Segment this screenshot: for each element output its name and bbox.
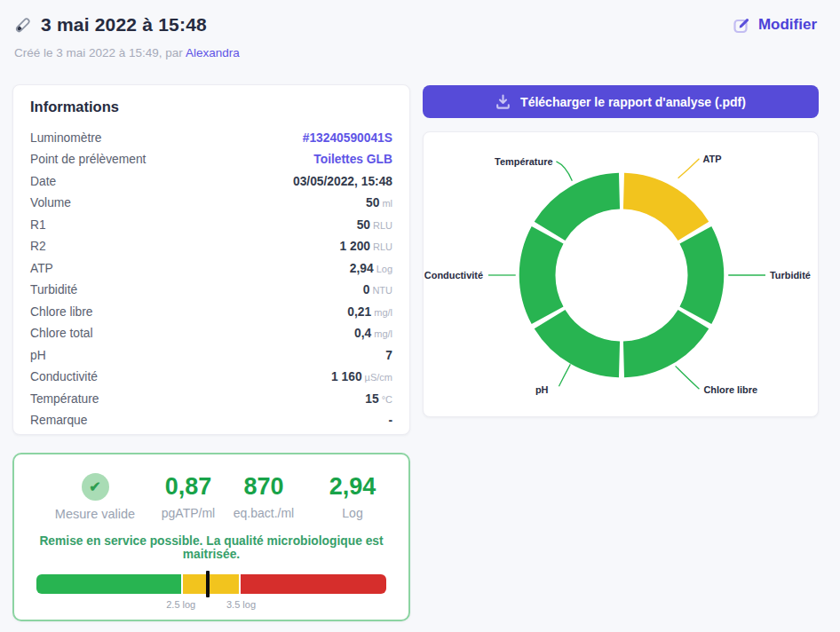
donut-segment-conductivite[interactable] — [537, 235, 548, 316]
row-label: Conductivité — [30, 370, 98, 383]
measure-status-label: Mesure valide — [33, 507, 157, 521]
scale-tick-low: 2.5 log — [166, 599, 195, 610]
row-value: 7 — [385, 349, 392, 362]
download-icon — [495, 94, 511, 109]
row-label: R2 — [30, 240, 46, 253]
row-label: Date — [30, 175, 56, 188]
scale-tick-high: 3.5 log — [226, 599, 256, 610]
info-row-r1: R1 50RLU — [30, 214, 392, 236]
donut-segment-turbidite[interactable] — [695, 235, 706, 316]
info-row-atp: ATP 2,94Log — [30, 257, 392, 280]
donut-label-atp: ATP — [702, 154, 721, 164]
page-title: 3 mai 2022 à 15:48 — [41, 14, 207, 36]
info-row-date: Date 03/05/2022, 15:48 — [30, 170, 392, 193]
modify-label: Modifier — [758, 16, 817, 34]
metric-value: 870 — [219, 473, 308, 500]
row-value: 2,94Log — [350, 262, 392, 275]
leader-line-temperature — [556, 162, 572, 181]
info-row-chlore-total: Chlore total 0,4mg/l — [30, 323, 392, 345]
download-report-button[interactable]: Télécharger le rapport d'analyse (.pdf) — [423, 85, 819, 118]
informations-card: Informations Luminomètre #13240590041S P… — [12, 84, 410, 435]
metric-unit: eq.bact./ml — [219, 506, 308, 520]
info-row-r2: R2 1 200RLU — [30, 236, 392, 258]
unit-label: µS/cm — [365, 372, 392, 383]
unit-label: RLU — [373, 241, 392, 252]
leader-line-ph — [559, 364, 570, 386]
leader-line-chlore-libre — [676, 366, 700, 389]
row-value: 15°C — [365, 392, 392, 406]
scale-yellow-zone — [183, 574, 239, 594]
row-value: - — [388, 414, 392, 427]
donut-label-conductivite: Conductivité — [424, 270, 483, 280]
metric-log: 2,94 Log — [308, 473, 397, 521]
row-label: ATP — [30, 262, 53, 275]
check-icon: ✔ — [82, 473, 109, 501]
row-value: 0,21mg/l — [347, 305, 392, 319]
info-row-turbidite: Turbidité 0NTU — [30, 280, 392, 302]
leader-line-atp — [678, 159, 700, 178]
author-link[interactable]: Alexandra — [186, 46, 240, 59]
measure-status: ✔ Mesure valide — [33, 473, 157, 521]
row-value: 1 160µS/cm — [331, 370, 392, 383]
info-row-ph: pH 7 — [30, 344, 392, 367]
parameters-donut-card: ATP Turbidité Chlore libre pH Conductivi… — [423, 131, 819, 417]
scale-green-zone — [36, 574, 181, 594]
measure-result-card: ✔ Mesure valide 0,87 pgATP/ml 870 eq.bac… — [12, 453, 410, 621]
modify-button[interactable]: Modifier — [733, 16, 817, 34]
info-row-conductivite: Conductivité 1 160µS/cm — [30, 367, 392, 389]
unit-label: Log — [376, 264, 392, 274]
metric-eqbact: 870 eq.bact./ml — [219, 473, 308, 521]
row-label: Turbidité — [30, 283, 77, 296]
unit-label: mg/l — [374, 328, 392, 339]
donut-label-temperature: Température — [495, 156, 552, 167]
row-value: 50RLU — [357, 218, 392, 232]
row-value: 1 200RLU — [339, 240, 392, 253]
log-scale: 2.5 log 3.5 log — [36, 574, 386, 619]
donut-label-chlore-libre: Chlore libre — [703, 384, 757, 395]
unit-label: mg/l — [374, 307, 392, 318]
luminometre-link[interactable]: #13240590041S — [303, 131, 392, 145]
metric-unit: pgATP/ml — [157, 506, 219, 520]
unit-label: ml — [382, 198, 392, 209]
unit-label: °C — [382, 394, 392, 405]
row-label: Volume — [30, 196, 71, 209]
result-message: Remise en service possible. La qualité m… — [14, 534, 408, 561]
informations-title: Informations — [30, 99, 392, 115]
donut-label-turbidite: Turbidité — [770, 270, 811, 280]
sampling-point-link[interactable]: Toilettes GLB — [313, 153, 392, 166]
info-row-chlore-libre: Chlore libre 0,21mg/l — [30, 301, 392, 323]
test-tube-icon — [12, 15, 33, 36]
info-row-luminometre: Luminomètre #13240590041S — [30, 127, 392, 149]
row-label: R1 — [30, 218, 46, 232]
metric-unit: Log — [308, 506, 397, 520]
row-value: 0NTU — [363, 283, 392, 296]
donut-label-ph: pH — [535, 384, 549, 395]
row-label: Température — [30, 392, 99, 406]
info-row-remarque: Remarque - — [30, 410, 392, 432]
row-value: 50ml — [366, 196, 392, 209]
metric-value: 2,94 — [308, 473, 397, 500]
row-label: Remarque — [30, 414, 87, 427]
scale-red-zone — [241, 574, 386, 594]
donut-segment-temperature[interactable] — [550, 191, 619, 231]
created-text: Créé le 3 mai 2022 à 15:49, par — [14, 46, 186, 59]
unit-label: NTU — [372, 285, 392, 296]
donut-segment-chlore-libre[interactable] — [623, 320, 693, 359]
metric-value: 0,87 — [157, 473, 219, 500]
result-metrics: ✔ Mesure valide 0,87 pgATP/ml 870 eq.bac… — [14, 454, 408, 521]
donut-segment-ph[interactable] — [550, 320, 619, 359]
row-label: Point de prélèvement — [30, 153, 146, 166]
page-header: 3 mai 2022 à 15:48 — [12, 14, 207, 36]
row-label: pH — [30, 349, 46, 362]
donut-segment-atp[interactable] — [623, 191, 693, 231]
parameters-donut-chart: ATP Turbidité Chlore libre pH Conductivi… — [424, 132, 818, 416]
row-value: 03/05/2022, 15:48 — [293, 175, 392, 188]
info-row-volume: Volume 50ml — [30, 193, 392, 215]
row-label: Chlore total — [30, 327, 93, 340]
row-value: 0,4mg/l — [354, 327, 392, 340]
row-label: Chlore libre — [30, 305, 93, 319]
info-row-point-prelevement: Point de prélèvement Toilettes GLB — [30, 149, 392, 171]
metric-pgatp: 0,87 pgATP/ml — [157, 473, 219, 521]
measure-marker — [206, 571, 210, 597]
info-row-temperature: Température 15°C — [30, 388, 392, 410]
